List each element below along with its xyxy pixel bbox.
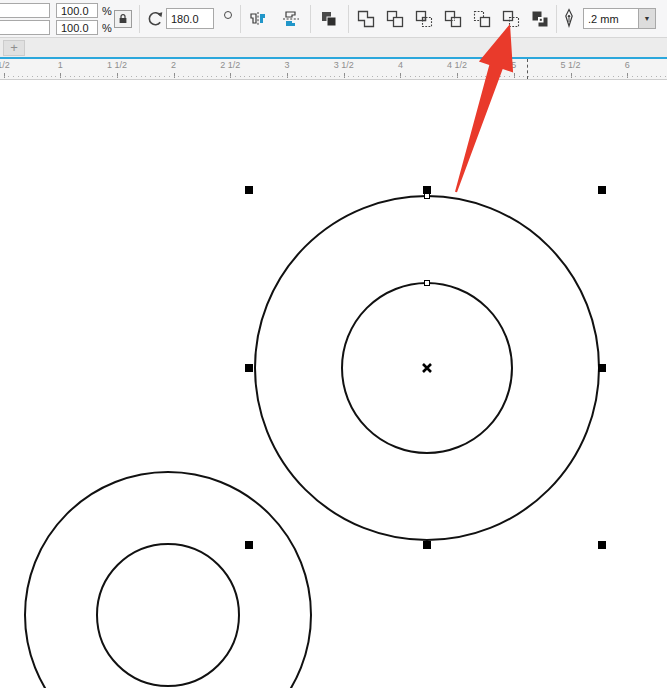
ruler-minor-tick [608,76,609,77]
simplify-button[interactable] [441,7,465,31]
ruler-minor-tick [70,76,71,77]
ruler-minor-tick [622,76,623,77]
create-boundary-button[interactable] [528,7,552,31]
trim-button[interactable] [383,7,407,31]
mirror-vertical-button[interactable] [279,7,303,31]
ruler-minor-tick [41,76,42,77]
dropdown-arrow-icon[interactable]: ▼ [639,8,656,29]
ruler-tick-label: 4 [398,60,403,70]
ruler-minor-tick [183,76,184,77]
ruler-minor-tick [141,76,142,77]
ruler-minor-tick [547,76,548,77]
ruler-minor-tick [594,76,595,77]
ruler-minor-tick [79,76,80,77]
object-height-field[interactable] [0,20,50,35]
back-minus-front-button[interactable] [499,7,523,31]
ruler-minor-tick [174,76,175,77]
scale-x-field[interactable]: 100.0 [56,3,98,18]
ruler-minor-tick [514,76,515,77]
mirror-vertical-icon [281,9,301,29]
outline-width-pen-icon [561,8,579,30]
ruler-minor-tick [656,76,657,77]
ruler-minor-tick [150,76,151,77]
separator [240,5,241,33]
ruler-minor-tick [325,76,326,77]
ruler-minor-tick [660,76,661,77]
ruler-minor-tick [580,76,581,77]
ruler-minor-tick [533,76,534,77]
shaping-buttons [354,7,552,31]
ruler-minor-tick [254,76,255,77]
ruler-minor-tick [216,76,217,77]
combine-icon [319,9,339,29]
mirror-horizontal-icon [248,10,268,28]
weld-icon [356,9,376,29]
ruler-minor-tick [537,76,538,77]
ruler-tick-label: 1 [58,60,63,70]
horizontal-ruler[interactable]: 1/211 1/222 1/233 1/244 1/255 1/26 [0,59,667,80]
ruler-minor-tick [391,76,392,77]
percent-label: % [102,5,112,17]
ruler-tick-label: 3 1/2 [334,60,354,70]
rotation-angle-field[interactable]: 180.0 [166,8,214,29]
lock-ratio-button[interactable] [114,10,132,28]
ruler-minor-tick [301,76,302,77]
combine-button[interactable] [317,7,341,31]
ruler-minor-tick [292,76,293,77]
ruler-minor-tick [485,76,486,77]
ruler-minor-tick [93,76,94,77]
drawing-canvas[interactable] [0,81,667,688]
ruler-minor-tick [263,76,264,77]
ruler-minor-tick [22,76,23,77]
separator [310,5,311,33]
ruler-tick-label: 4 1/2 [447,60,467,70]
create-boundary-icon [530,9,550,29]
ruler-tick-label: 6 [625,60,630,70]
ruler-minor-tick [353,76,354,77]
ruler-minor-tick [334,76,335,77]
intersect-button[interactable] [412,7,436,31]
ruler-minor-tick [126,76,127,77]
lock-icon [117,13,129,25]
ruler-minor-tick [585,76,586,77]
ruler-minor-tick [424,76,425,77]
ruler-tick-label: 5 [511,60,516,70]
scale-y-field[interactable]: 100.0 [56,20,98,35]
ruler-minor-tick [51,76,52,77]
ruler-tick-label: 5 1/2 [560,60,580,70]
ruler-minor-tick [372,76,373,77]
ruler-minor-tick [509,76,510,77]
ruler-minor-tick [561,76,562,77]
ruler-minor-tick [273,76,274,77]
add-page-tab-button[interactable]: + [3,40,25,56]
front-minus-back-button[interactable] [470,7,494,31]
ruler-minor-tick [8,76,9,77]
ruler-minor-tick [188,76,189,77]
ruler-minor-tick [519,76,520,77]
ruler-minor-tick [112,76,113,77]
outline-width-field[interactable]: .2 mm [583,8,639,29]
mirror-horizontal-button[interactable] [246,7,270,31]
ruler-minor-tick [74,76,75,77]
ruler-minor-tick [566,76,567,77]
object-width-field[interactable] [0,3,50,18]
weld-button[interactable] [354,7,378,31]
ruler-minor-tick [287,76,288,77]
ruler-minor-tick [226,76,227,77]
ruler-minor-tick [13,76,14,77]
object-size-fields [0,3,50,35]
ruler-minor-tick [627,76,628,77]
ruler-minor-tick [367,76,368,77]
ruler-minor-tick [457,76,458,77]
ruler-minor-tick [55,76,56,77]
ruler-minor-tick [433,76,434,77]
scale-fields: 100.0 % 100.0 % [56,3,112,35]
ruler-minor-tick [117,76,118,77]
ruler-minor-tick [107,76,108,77]
ruler-tick-label: 1 1/2 [107,60,127,70]
ruler-minor-tick [296,76,297,77]
ruler-minor-tick [84,76,85,77]
ruler-minor-tick [528,76,529,77]
outline-width-combo: .2 mm ▼ [583,8,656,29]
ruler-minor-tick [202,76,203,77]
